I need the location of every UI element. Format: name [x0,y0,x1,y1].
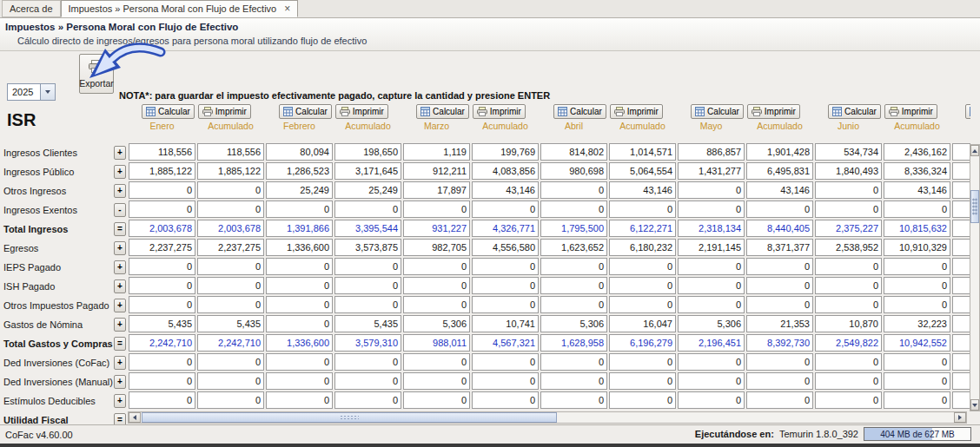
acum-cell[interactable]: 0 [746,277,813,294]
value-cell[interactable]: 0 [129,372,195,390]
imprimir-button-mayo[interactable]: Imprimir [747,104,800,119]
acum-cell[interactable]: 0 [884,296,950,313]
value-cell[interactable]: 0 [266,353,333,371]
value-cell[interactable]: 2,242,710 [129,334,195,352]
value-cell[interactable]: 0 [815,200,882,218]
value-cell[interactable]: 0 [403,391,470,409]
acum-cell[interactable]: 0 [197,181,264,199]
acum-cell[interactable]: 0 [609,391,676,409]
value-cell[interactable]: 0 [129,277,195,294]
value-cell[interactable]: 0 [403,277,470,294]
value-cell[interactable]: 1,885,122 [129,162,195,180]
value-cell[interactable] [952,258,970,275]
scroll-right-icon[interactable] [954,412,966,423]
acum-cell[interactable]: 199,769 [472,143,539,161]
value-cell[interactable]: 5,306 [540,315,607,332]
value-cell[interactable] [952,239,970,256]
acum-cell[interactable]: 1,885,122 [197,162,264,180]
value-cell[interactable] [952,334,970,352]
value-cell[interactable]: 1,628,958 [540,334,607,352]
row-op-button[interactable]: + [114,375,126,389]
value-cell[interactable]: 0 [403,296,470,313]
acum-cell[interactable]: 2,003,678 [197,220,264,237]
chevron-down-icon[interactable] [40,84,55,100]
value-cell[interactable]: 0 [678,277,745,294]
value-cell[interactable]: 1,431,277 [678,162,745,180]
value-cell[interactable]: 2,549,822 [815,334,882,352]
value-cell[interactable] [952,353,970,371]
value-cell[interactable]: 2,237,275 [129,239,195,256]
value-cell[interactable]: 0 [540,200,607,218]
value-cell[interactable]: 0 [540,353,607,371]
value-cell[interactable]: 0 [266,315,333,332]
acum-cell[interactable]: 8,336,324 [884,162,950,180]
row-op-button[interactable]: + [114,146,126,160]
value-cell[interactable]: 0 [403,353,470,371]
calcular-button-febrero[interactable]: Calcular [279,104,332,119]
acum-cell[interactable]: 0 [197,296,264,313]
value-cell[interactable] [952,372,970,390]
row-op-button[interactable]: - [114,203,126,217]
acum-cell[interactable]: 0 [197,353,264,371]
acum-cell[interactable]: 0 [334,277,401,294]
acum-cell[interactable]: 4,567,321 [472,334,539,352]
value-cell[interactable]: 0 [540,181,607,199]
acum-cell[interactable]: 2,436,162 [884,143,950,161]
scroll-left-icon[interactable] [129,412,141,423]
value-cell[interactable]: 5,435 [129,315,195,332]
acum-cell[interactable]: 3,579,310 [334,334,401,352]
acum-cell[interactable]: 10,741 [472,315,539,332]
calcular-button-enero[interactable]: Calcular [142,104,195,119]
acum-cell[interactable]: 0 [609,200,676,218]
acum-cell[interactable]: 0 [609,353,676,371]
value-cell[interactable]: 0 [678,391,745,409]
acum-cell[interactable]: 0 [746,353,813,371]
acum-cell[interactable]: 0 [884,391,950,409]
row-op-button[interactable]: + [114,394,126,408]
horizontal-scrollbar-thumb[interactable] [142,412,557,423]
value-cell[interactable]: 0 [266,258,333,275]
value-cell[interactable]: 0 [266,391,333,409]
vertical-scrollbar-thumb[interactable] [970,190,979,223]
acum-cell[interactable]: 4,326,771 [472,220,539,237]
acum-cell[interactable]: 8,440,405 [746,220,813,237]
acum-cell[interactable]: 0 [334,391,401,409]
value-cell[interactable]: 1,840,493 [815,162,882,180]
value-cell[interactable]: 0 [678,372,745,390]
imprimir-button-enero[interactable]: Imprimir [198,104,251,119]
value-cell[interactable]: 5,306 [403,315,470,332]
year-select[interactable]: 2025 [7,83,56,101]
value-cell[interactable]: 0 [815,372,882,390]
value-cell[interactable]: 814,802 [540,143,607,161]
value-cell[interactable] [952,220,970,237]
value-cell[interactable]: 0 [266,200,333,218]
value-cell[interactable]: 2,375,227 [815,220,882,237]
imprimir-button-abril[interactable]: Imprimir [610,104,663,119]
acum-cell[interactable]: 21,353 [746,315,813,332]
row-op-button[interactable]: = [114,222,126,236]
acum-cell[interactable]: 5,435 [197,315,264,332]
imprimir-button-junio[interactable]: Imprimir [884,104,937,119]
value-cell[interactable] [952,181,970,199]
horizontal-scrollbar[interactable] [128,411,967,424]
acum-cell[interactable]: 43,146 [884,181,950,199]
value-cell[interactable]: 0 [129,296,195,313]
value-cell[interactable]: 17,897 [403,181,470,199]
value-cell[interactable]: 0 [129,181,195,199]
row-op-button[interactable]: = [114,337,126,351]
acum-cell[interactable]: 43,146 [472,181,539,199]
row-op-button[interactable]: + [114,241,126,255]
acum-cell[interactable]: 0 [197,391,264,409]
value-cell[interactable]: 0 [678,258,745,275]
value-cell[interactable]: 1,336,600 [266,334,333,352]
value-cell[interactable]: 886,857 [678,143,745,161]
acum-cell[interactable]: 118,556 [197,143,264,161]
acum-cell[interactable]: 2,237,275 [197,239,264,256]
exportar-button[interactable]: Exportar [79,54,114,94]
value-cell[interactable]: 2,538,952 [815,239,882,256]
acum-cell[interactable]: 2,242,710 [197,334,264,352]
value-cell[interactable]: 1,336,600 [266,239,333,256]
acum-cell[interactable]: 0 [746,258,813,275]
value-cell[interactable] [952,296,970,313]
acum-cell[interactable]: 10,815,632 [884,220,950,237]
